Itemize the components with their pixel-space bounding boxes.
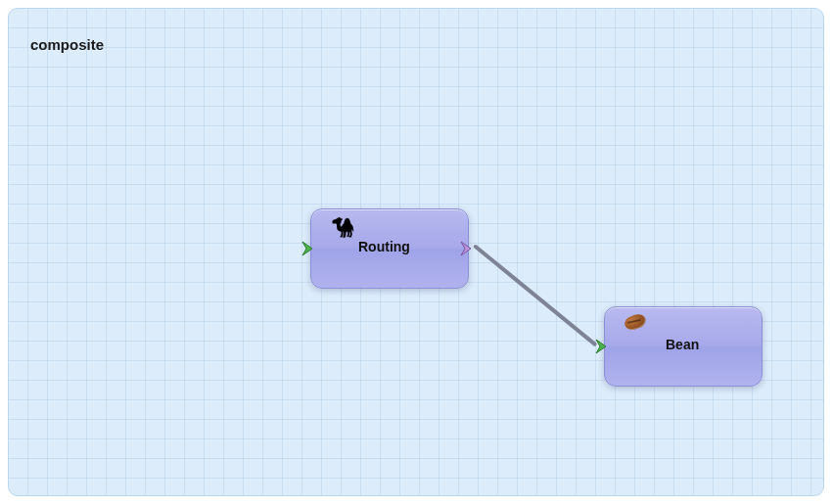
canvas-title: composite bbox=[30, 36, 104, 53]
svg-marker-2 bbox=[596, 340, 606, 353]
port-in-icon[interactable] bbox=[301, 240, 319, 257]
wire-routing-to-bean bbox=[476, 247, 595, 344]
diagram-canvas[interactable]: composite 🐪 Routing Bean bbox=[8, 8, 824, 496]
node-routing[interactable]: 🐪 Routing bbox=[310, 208, 469, 289]
port-in-icon[interactable] bbox=[595, 338, 613, 355]
port-out-icon[interactable] bbox=[460, 240, 478, 257]
coffee-bean-icon bbox=[624, 315, 652, 339]
node-label: Routing bbox=[358, 239, 410, 254]
svg-marker-1 bbox=[461, 242, 471, 255]
node-bean[interactable]: Bean bbox=[604, 306, 763, 387]
camel-icon: 🐪 bbox=[331, 217, 358, 241]
node-label: Bean bbox=[666, 337, 699, 352]
svg-marker-0 bbox=[302, 242, 312, 255]
